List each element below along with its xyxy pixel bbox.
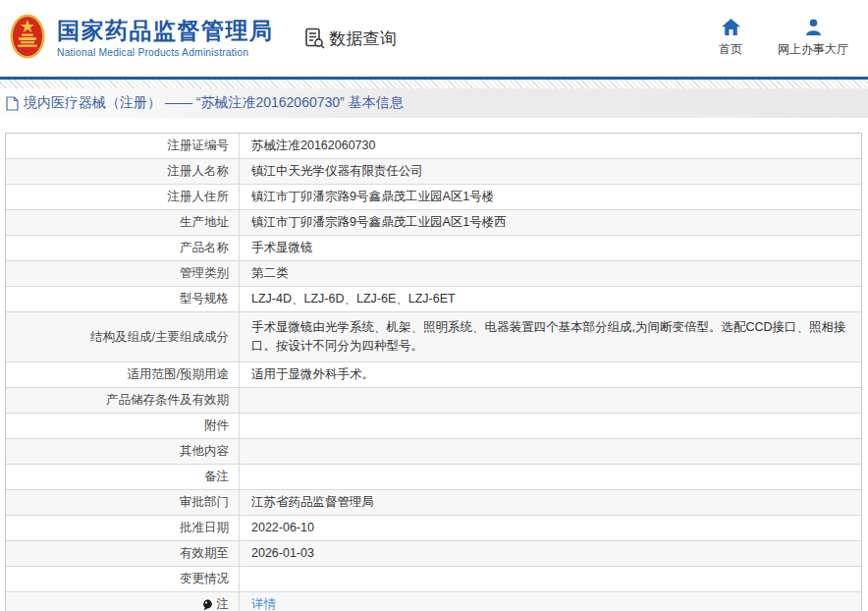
row-label: 结构及组成/主要组成成分 <box>6 312 240 361</box>
row-label: 变更情况 <box>6 567 240 591</box>
nav-hall-label: 网上办事大厅 <box>778 41 848 58</box>
table-row: 生产地址镇江市丁卯潘宗路9号鑫鼎茂工业园A区1号楼西 <box>6 210 861 236</box>
table-row: 产品名称手术显微镜 <box>6 236 861 261</box>
table-row: 型号规格LZJ-4D、LZJ-6D、LZJ-6E、LZJ-6ET <box>6 287 861 312</box>
row-label: 适用范围/预期用途 <box>6 362 240 387</box>
row-label: 型号规格 <box>6 287 240 311</box>
agency-name-en: National Medical Products Administration <box>57 47 274 58</box>
row-label: 注册证编号 <box>6 134 240 158</box>
row-value: 详情 <box>240 592 861 611</box>
row-label: 产品名称 <box>6 236 240 260</box>
row-value: 手术显微镜 <box>240 236 861 260</box>
row-label: 注册人住所 <box>6 185 240 209</box>
info-table: 注册证编号苏械注准20162060730注册人名称镇江中天光学仪器有限责任公司注… <box>5 133 862 611</box>
home-icon <box>722 19 740 38</box>
table-row: 注册人名称镇江中天光学仪器有限责任公司 <box>6 159 861 185</box>
row-value <box>240 567 861 591</box>
agency-title-block: 国家药品监督管理局 National Medical Products Admi… <box>57 19 274 57</box>
nav-home[interactable]: 首页 <box>719 19 742 58</box>
data-query-icon <box>303 27 327 50</box>
row-value: 手术显微镜由光学系统、机架、照明系统、电器装置四个基本部分组成,为间断变倍型。选… <box>240 312 861 361</box>
breadcrumb: 境内医疗器械（注册） —— “苏械注准20162060730” 基本信息 <box>0 88 868 118</box>
table-row: 变更情况 <box>6 567 861 592</box>
data-query-tab[interactable]: 数据查询 <box>303 27 397 50</box>
data-query-label: 数据查询 <box>330 28 397 50</box>
row-value: 镇江中天光学仪器有限责任公司 <box>240 159 861 184</box>
row-label: 注册人名称 <box>6 159 240 184</box>
table-row: 备注 <box>6 465 861 490</box>
table-row: 注册人住所镇江市丁卯潘宗路9号鑫鼎茂工业园A区1号楼 <box>6 185 861 210</box>
row-value: 适用于显微外科手术。 <box>240 362 861 387</box>
table-row: 注详情 <box>6 592 861 611</box>
row-value: LZJ-4D、LZJ-6D、LZJ-6E、LZJ-6ET <box>240 287 861 311</box>
row-value: 江苏省药品监督管理局 <box>240 490 861 515</box>
national-emblem-icon <box>10 14 45 63</box>
table-row: 审批部门江苏省药品监督管理局 <box>6 490 861 516</box>
row-value: 第二类 <box>240 261 861 286</box>
document-icon <box>6 96 19 111</box>
nav-home-label: 首页 <box>719 41 742 58</box>
row-value: 2026-01-03 <box>240 541 861 566</box>
hatch-strip <box>0 80 868 88</box>
row-label: 其他内容 <box>6 439 240 464</box>
table-row: 产品储存条件及有效期 <box>6 388 861 414</box>
row-value <box>240 439 861 464</box>
row-value: 镇江市丁卯潘宗路9号鑫鼎茂工业园A区1号楼西 <box>240 210 861 235</box>
row-label: 有效期至 <box>6 541 240 566</box>
row-value: 镇江市丁卯潘宗路9号鑫鼎茂工业园A区1号楼 <box>240 185 861 209</box>
row-value <box>240 388 861 413</box>
row-label: 附件 <box>6 414 240 438</box>
breadcrumb-text: 境内医疗器械（注册） —— “苏械注准20162060730” 基本信息 <box>24 94 404 112</box>
nav-service-hall[interactable]: 网上办事大厅 <box>778 19 848 58</box>
row-label: 生产地址 <box>6 210 240 235</box>
table-row: 其他内容 <box>6 439 861 465</box>
nmpa-logo[interactable]: 国家药品监督管理局 National Medical Products Admi… <box>0 14 274 63</box>
table-row: 批准日期2022-06-10 <box>6 516 861 541</box>
detail-link[interactable]: 详情 <box>251 597 276 611</box>
table-row: 结构及组成/主要组成成分手术显微镜由光学系统、机架、照明系统、电器装置四个基本部… <box>6 312 861 362</box>
person-icon <box>805 19 822 38</box>
row-value <box>240 414 861 438</box>
table-row: 有效期至2026-01-03 <box>6 541 861 567</box>
header-nav: 首页 网上办事大厅 <box>719 19 848 58</box>
row-label: 审批部门 <box>6 490 240 515</box>
page-header: 国家药品监督管理局 National Medical Products Admi… <box>0 0 868 77</box>
row-value: 2022-06-10 <box>240 516 861 540</box>
table-row: 管理类别第二类 <box>6 261 861 287</box>
note-icon <box>202 599 214 611</box>
row-value <box>240 465 861 489</box>
table-row: 注册证编号苏械注准20162060730 <box>6 134 861 159</box>
table-row: 附件 <box>6 414 861 439</box>
row-label: 批准日期 <box>6 516 240 540</box>
agency-name: 国家药品监督管理局 <box>57 19 274 43</box>
row-label: 备注 <box>6 465 240 489</box>
row-label: 注 <box>6 592 240 611</box>
table-row: 适用范围/预期用途适用于显微外科手术。 <box>6 362 861 388</box>
row-value: 苏械注准20162060730 <box>240 134 861 158</box>
row-label: 管理类别 <box>6 261 240 286</box>
row-label: 产品储存条件及有效期 <box>6 388 240 413</box>
